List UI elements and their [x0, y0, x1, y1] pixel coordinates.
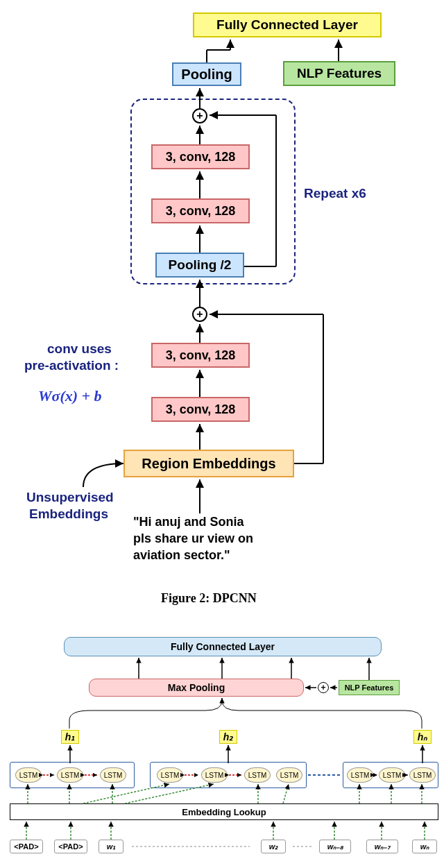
w1-token: w₁	[99, 840, 123, 853]
fc-layer-2: Fully Connected Layer	[64, 637, 382, 656]
w2-token: w₂	[261, 840, 286, 853]
wn7-token: wₙ₋₇	[366, 840, 398, 853]
embedding-lookup-box: Embedding Lookup	[10, 803, 438, 820]
lstm-cell: LSTM	[244, 767, 271, 783]
plus-circle-3: +	[318, 682, 329, 693]
region-embeddings-box: Region Embeddings	[123, 450, 294, 477]
lstm-cell: LSTM	[157, 767, 183, 783]
lstm-cell: LSTM	[15, 767, 42, 783]
nlp-features-2: NLP Features	[339, 680, 400, 695]
conv-box-4: 3, conv, 128	[151, 397, 250, 422]
input-text-line-3: aviation sector."	[133, 548, 230, 563]
preact-label-2: pre-activation :	[24, 358, 119, 373]
pad-token-1: <PAD>	[10, 840, 43, 853]
plus-circle-2: +	[192, 307, 207, 322]
conv-box-1: 3, conv, 128	[151, 144, 250, 169]
lstm-cell: LSTM	[347, 767, 373, 783]
preact-label-1: conv uses	[47, 341, 112, 357]
unsup-label-1: Unsupervised	[26, 490, 114, 505]
plus-circle-1: +	[192, 108, 207, 124]
diagram-root: Fully Connected Layer Pooling NLP Featur…	[0, 0, 444, 868]
wn-token: wₙ	[412, 840, 437, 853]
wn8-token: wₙ₋₈	[319, 840, 351, 853]
pooling-box: Pooling	[172, 62, 241, 86]
lstm-cell: LSTM	[57, 767, 83, 783]
lstm-cell: LSTM	[379, 767, 405, 783]
figure-caption: Figure 2: DPCNN	[161, 591, 257, 606]
max-pooling-box: Max Pooling	[89, 679, 304, 697]
h1-box: h₁	[61, 730, 79, 744]
lstm-cell: LSTM	[409, 767, 436, 783]
input-text-line-2: pls share ur view on	[133, 531, 253, 546]
conv-box-3: 3, conv, 128	[151, 343, 250, 368]
pad-token-2: <PAD>	[54, 840, 87, 853]
hn-box: hₙ	[413, 730, 432, 744]
conv-box-2: 3, conv, 128	[151, 198, 250, 223]
lstm-cell: LSTM	[100, 767, 126, 783]
lstm-cell: LSTM	[201, 767, 228, 783]
formula-label: Wσ(x) + b	[38, 387, 102, 405]
fc-layer: Fully Connected Layer	[193, 12, 382, 37]
repeat-label: Repeat x6	[304, 186, 366, 201]
unsup-label-2: Embeddings	[29, 507, 108, 522]
input-text-line-1: "Hi anuj and Sonia	[133, 515, 244, 529]
h2-box: h₂	[219, 730, 237, 744]
pooling-half-box: Pooling /2	[155, 253, 244, 278]
nlp-features-box: NLP Features	[283, 61, 395, 86]
lstm-cell: LSTM	[276, 767, 302, 783]
